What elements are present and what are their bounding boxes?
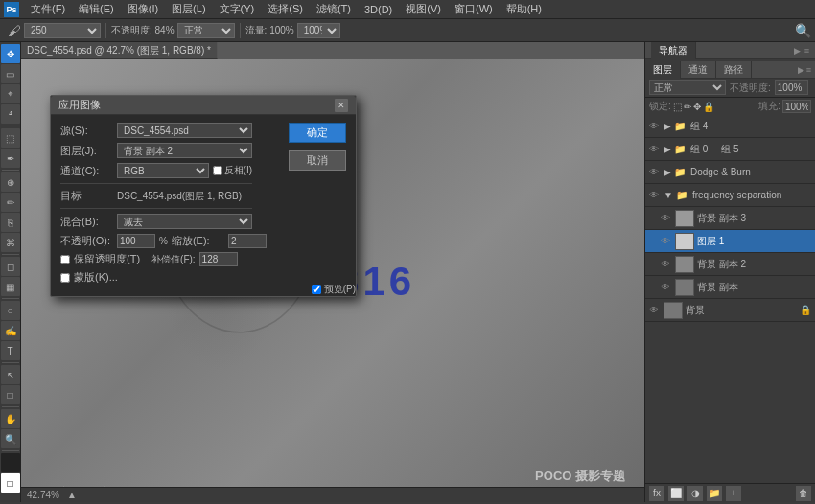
foreground-color[interactable]	[1, 453, 20, 472]
dialog-channel-select[interactable]: RGB	[117, 163, 209, 178]
preserve-trans-checkbox[interactable]	[60, 255, 70, 264]
add-group-button[interactable]: 📁	[707, 486, 722, 501]
lock-transparent-icon[interactable]: ⬚	[673, 102, 682, 112]
layer-item[interactable]: 👁 背景 副本	[645, 276, 815, 299]
lasso-tool[interactable]: ⌖	[1, 84, 20, 103]
dialog-blending-select[interactable]: 减去	[117, 214, 252, 229]
folder-expand-icon[interactable]: ▶	[664, 144, 671, 154]
dialog-source-select[interactable]: DSC_4554.psd	[117, 123, 252, 138]
blend-mode-select[interactable]: 正常	[177, 23, 235, 38]
layers-tab[interactable]: 图层	[645, 61, 681, 79]
text-tool[interactable]: T	[1, 341, 20, 360]
visibility-icon[interactable]: 👁	[649, 121, 661, 131]
dialog-opacity-label: 不透明(O):	[60, 234, 113, 248]
toolbar: 🖌 250 不透明度: 84% 正常 流量: 100% 100% 🔍	[0, 19, 815, 42]
layer-item[interactable]: 👁 背景 副本 2	[645, 253, 815, 276]
dialog-target-label: 目标	[60, 189, 113, 203]
eraser-tool[interactable]: ◻	[1, 257, 20, 276]
invert-checkbox[interactable]	[213, 166, 222, 175]
layer-item[interactable]: 👁 背景 副本 3	[645, 207, 815, 230]
move-tool[interactable]: ✥	[1, 44, 20, 63]
visibility-icon[interactable]: 👁	[661, 236, 672, 246]
add-mask-button[interactable]: ⬜	[668, 486, 684, 501]
shape-tool[interactable]: □	[1, 385, 20, 404]
dialog-scale-input[interactable]	[228, 234, 267, 248]
layers-expand-icon[interactable]: ▶	[798, 65, 804, 75]
layer-item[interactable]: 👁 ▶ 📁 组 4	[645, 115, 815, 138]
menu-layer[interactable]: 图层(L)	[166, 0, 211, 18]
gradient-tool[interactable]: ▦	[1, 277, 20, 296]
preview-checkbox[interactable]	[312, 285, 321, 294]
fill-input[interactable]	[782, 100, 811, 113]
layer-item[interactable]: 👁 ▼ 📁 frequency separation	[645, 184, 815, 207]
pen-tool[interactable]: ✍	[1, 321, 20, 340]
paths-tab[interactable]: 路径	[716, 61, 752, 79]
layer-item[interactable]: 👁 ▶ 📁 Dodge & Burn	[645, 161, 815, 184]
magic-wand-tool[interactable]: ⁴	[1, 104, 20, 124]
navigator-expand-icon[interactable]: ▶	[794, 46, 801, 56]
layers-menu-icon[interactable]: ≡	[806, 65, 811, 75]
visibility-icon[interactable]: 👁	[649, 305, 661, 315]
visibility-icon[interactable]: 👁	[661, 282, 672, 292]
blend-mode-layers-select[interactable]: 正常	[649, 80, 726, 95]
menu-help[interactable]: 帮助(H)	[501, 0, 547, 18]
menu-select[interactable]: 选择(S)	[262, 0, 309, 18]
zoom-tool[interactable]: 🔍	[1, 429, 20, 448]
dialog-buttons: 确定 取消	[289, 123, 346, 174]
offset-input[interactable]	[199, 252, 238, 266]
healing-tool[interactable]: ⊕	[1, 172, 20, 192]
layer-item[interactable]: 👁 图层 1	[645, 230, 815, 253]
dialog-source-row: 源(S): DSC_4554.psd	[60, 123, 252, 138]
menu-3d[interactable]: 3D(D)	[359, 2, 398, 17]
dialog-close-button[interactable]: ✕	[335, 99, 348, 112]
layer-item[interactable]: 👁 背景 🔒	[645, 299, 815, 322]
lock-move-icon[interactable]: ✥	[693, 102, 701, 112]
channels-tab[interactable]: 通道	[681, 61, 716, 79]
menu-view[interactable]: 视图(V)	[400, 0, 447, 18]
visibility-icon[interactable]: 👁	[649, 167, 661, 177]
search-icon[interactable]: 🔍	[795, 23, 811, 38]
lock-paint-icon[interactable]: ✏	[684, 102, 691, 112]
dialog-opacity-input[interactable]	[117, 234, 155, 248]
menu-edit[interactable]: 编辑(E)	[73, 0, 120, 18]
history-brush-tool[interactable]: ⌘	[1, 233, 20, 252]
navigator-menu-icon[interactable]: ≡	[804, 46, 809, 56]
menu-text[interactable]: 文字(Y)	[214, 0, 261, 18]
brush-tool[interactable]: ✏	[1, 193, 20, 212]
folder-expand-icon[interactable]: ▶	[664, 167, 671, 177]
hand-tool[interactable]: ✋	[1, 409, 20, 428]
menu-image[interactable]: 图像(I)	[122, 0, 164, 18]
add-adjustment-button[interactable]: ◑	[687, 486, 703, 501]
mask-checkbox[interactable]	[60, 273, 70, 283]
delete-layer-button[interactable]: 🗑	[796, 486, 811, 501]
visibility-icon[interactable]: 👁	[661, 213, 672, 223]
dialog-layer-select[interactable]: 背景 副本 2	[117, 143, 252, 158]
menu-window[interactable]: 窗口(W)	[449, 0, 499, 18]
navigator-tab[interactable]: 导航器	[651, 42, 696, 59]
background-color[interactable]: □	[1, 473, 20, 493]
brush-preset-select[interactable]: 250	[24, 23, 101, 38]
opacity-input[interactable]	[775, 80, 808, 95]
lock-all-icon[interactable]: 🔒	[703, 102, 714, 112]
canvas-tab[interactable]: DSC_4554.psd @ 42.7% (图层 1, RGB/8) *	[21, 42, 218, 59]
menu-filter[interactable]: 滤镜(T)	[311, 0, 357, 18]
flow-select[interactable]: 100%	[297, 23, 340, 38]
add-style-button[interactable]: fx	[649, 486, 664, 501]
layer-item[interactable]: 👁 ▶ 📁 组 0 组 5	[645, 138, 815, 161]
marquee-tool[interactable]: ▭	[1, 64, 20, 83]
menu-file[interactable]: 文件(F)	[25, 0, 71, 18]
visibility-icon[interactable]: 👁	[661, 259, 672, 269]
eyedropper-tool[interactable]: ✒	[1, 149, 20, 168]
visibility-icon[interactable]: 👁	[649, 144, 661, 154]
visibility-icon[interactable]: 👁	[649, 190, 661, 200]
clone-tool[interactable]: ⎘	[1, 213, 20, 232]
crop-tool[interactable]: ⬚	[1, 128, 20, 148]
dialog-cancel-button[interactable]: 取消	[289, 150, 346, 171]
add-layer-button[interactable]: +	[726, 486, 741, 501]
folder-expand-icon[interactable]: ▼	[664, 190, 673, 200]
invert-checkbox-row[interactable]: 反相(I)	[213, 164, 252, 177]
dodge-tool[interactable]: ○	[1, 301, 20, 320]
dialog-ok-button[interactable]: 确定	[289, 123, 346, 143]
path-select-tool[interactable]: ↖	[1, 365, 20, 384]
folder-expand-icon[interactable]: ▶	[664, 121, 671, 131]
